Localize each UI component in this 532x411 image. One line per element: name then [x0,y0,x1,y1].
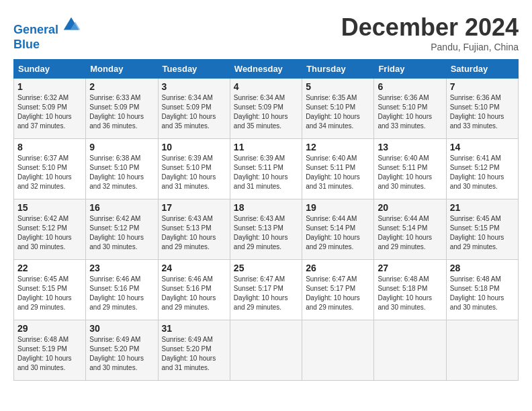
day-number: 22 [17,263,82,273]
day-info: Sunrise: 6:40 AMSunset: 5:11 PMDaylight:… [378,154,432,190]
day-number: 27 [378,263,442,273]
day-number: 18 [234,202,298,213]
table-row: 14Sunrise: 6:41 AMSunset: 5:12 PMDayligh… [446,139,518,199]
table-row: 21Sunrise: 6:45 AMSunset: 5:15 PMDayligh… [446,199,518,260]
day-number: 12 [306,142,370,152]
header-sunday: Sunday [14,60,86,79]
day-info: Sunrise: 6:34 AMSunset: 5:09 PMDaylight:… [162,94,216,130]
table-row: 17Sunrise: 6:43 AMSunset: 5:13 PMDayligh… [158,199,230,260]
day-info: Sunrise: 6:49 AMSunset: 5:20 PMDaylight:… [162,336,216,371]
logo-text: General Blue [13,13,81,52]
table-row [230,320,302,381]
day-info: Sunrise: 6:48 AMSunset: 5:19 PMDaylight:… [17,336,72,371]
table-row: 19Sunrise: 6:44 AMSunset: 5:14 PMDayligh… [302,199,374,260]
day-number: 19 [306,202,370,213]
logo-general: General [13,23,58,36]
day-info: Sunrise: 6:46 AMSunset: 5:16 PMDaylight:… [89,275,144,311]
day-info: Sunrise: 6:33 AMSunset: 5:09 PMDaylight:… [89,94,144,130]
day-number: 10 [162,142,226,152]
table-row: 10Sunrise: 6:39 AMSunset: 5:10 PMDayligh… [158,139,230,199]
page-header: General Blue December 2024 Pandu, Fujian… [13,13,519,52]
table-row: 18Sunrise: 6:43 AMSunset: 5:13 PMDayligh… [230,199,302,260]
day-info: Sunrise: 6:48 AMSunset: 5:18 PMDaylight:… [378,275,432,311]
table-row: 23Sunrise: 6:46 AMSunset: 5:16 PMDayligh… [86,260,158,320]
day-number: 9 [89,142,154,152]
day-info: Sunrise: 6:37 AMSunset: 5:10 PMDaylight:… [17,154,72,190]
calendar-row-1: 8Sunrise: 6:37 AMSunset: 5:10 PMDaylight… [14,139,519,199]
table-row: 28Sunrise: 6:48 AMSunset: 5:18 PMDayligh… [446,260,518,320]
table-row: 15Sunrise: 6:42 AMSunset: 5:12 PMDayligh… [14,199,86,260]
day-number: 23 [89,263,154,273]
day-info: Sunrise: 6:32 AMSunset: 5:09 PMDaylight:… [17,94,72,130]
day-number: 1 [17,81,82,92]
day-number: 6 [378,81,442,92]
table-row: 9Sunrise: 6:38 AMSunset: 5:10 PMDaylight… [86,139,158,199]
table-row: 7Sunrise: 6:36 AMSunset: 5:10 PMDaylight… [446,79,518,139]
day-info: Sunrise: 6:35 AMSunset: 5:10 PMDaylight:… [306,94,360,130]
day-number: 17 [162,202,226,213]
day-number: 31 [162,323,226,334]
day-number: 24 [162,263,226,273]
logo-icon [61,13,81,34]
table-row: 30Sunrise: 6:49 AMSunset: 5:20 PMDayligh… [86,320,158,381]
day-info: Sunrise: 6:39 AMSunset: 5:11 PMDaylight:… [234,154,288,190]
day-number: 20 [378,202,442,213]
month-title: December 2024 [341,13,519,42]
day-info: Sunrise: 6:47 AMSunset: 5:17 PMDaylight:… [306,275,360,311]
day-number: 2 [89,81,154,92]
day-info: Sunrise: 6:40 AMSunset: 5:11 PMDaylight:… [306,154,360,190]
day-number: 25 [234,263,298,273]
header-thursday: Thursday [302,60,374,79]
day-number: 7 [450,81,515,92]
table-row: 22Sunrise: 6:45 AMSunset: 5:15 PMDayligh… [14,260,86,320]
location: Pandu, Fujian, China [341,42,519,52]
table-row: 24Sunrise: 6:46 AMSunset: 5:16 PMDayligh… [158,260,230,320]
table-row [374,320,446,381]
calendar-header-row: Sunday Monday Tuesday Wednesday Thursday… [14,60,519,79]
day-info: Sunrise: 6:39 AMSunset: 5:10 PMDaylight:… [162,154,216,190]
table-row [302,320,374,381]
calendar-row-4: 29Sunrise: 6:48 AMSunset: 5:19 PMDayligh… [14,320,519,381]
table-row: 5Sunrise: 6:35 AMSunset: 5:10 PMDaylight… [302,79,374,139]
table-row: 3Sunrise: 6:34 AMSunset: 5:09 PMDaylight… [158,79,230,139]
table-row: 20Sunrise: 6:44 AMSunset: 5:14 PMDayligh… [374,199,446,260]
table-row [446,320,518,381]
day-info: Sunrise: 6:45 AMSunset: 5:15 PMDaylight:… [17,275,72,311]
day-info: Sunrise: 6:44 AMSunset: 5:14 PMDaylight:… [378,215,432,250]
day-info: Sunrise: 6:43 AMSunset: 5:13 PMDaylight:… [234,215,288,250]
day-info: Sunrise: 6:49 AMSunset: 5:20 PMDaylight:… [89,336,144,371]
table-row: 31Sunrise: 6:49 AMSunset: 5:20 PMDayligh… [158,320,230,381]
day-info: Sunrise: 6:42 AMSunset: 5:12 PMDaylight:… [89,215,144,250]
logo-blue: Blue [13,38,40,51]
table-row: 2Sunrise: 6:33 AMSunset: 5:09 PMDaylight… [86,79,158,139]
day-info: Sunrise: 6:46 AMSunset: 5:16 PMDaylight:… [162,275,216,311]
table-row: 26Sunrise: 6:47 AMSunset: 5:17 PMDayligh… [302,260,374,320]
table-row: 25Sunrise: 6:47 AMSunset: 5:17 PMDayligh… [230,260,302,320]
header-tuesday: Tuesday [158,60,230,79]
day-info: Sunrise: 6:47 AMSunset: 5:17 PMDaylight:… [234,275,288,311]
day-info: Sunrise: 6:42 AMSunset: 5:12 PMDaylight:… [17,215,72,250]
day-number: 5 [306,81,370,92]
day-number: 30 [89,323,154,334]
title-block: December 2024 Pandu, Fujian, China [341,13,519,52]
table-row: 4Sunrise: 6:34 AMSunset: 5:09 PMDaylight… [230,79,302,139]
calendar-row-3: 22Sunrise: 6:45 AMSunset: 5:15 PMDayligh… [14,260,519,320]
day-number: 21 [450,202,515,213]
day-info: Sunrise: 6:38 AMSunset: 5:10 PMDaylight:… [89,154,144,190]
table-row: 12Sunrise: 6:40 AMSunset: 5:11 PMDayligh… [302,139,374,199]
table-row: 27Sunrise: 6:48 AMSunset: 5:18 PMDayligh… [374,260,446,320]
day-info: Sunrise: 6:34 AMSunset: 5:09 PMDaylight:… [234,94,288,130]
table-row: 16Sunrise: 6:42 AMSunset: 5:12 PMDayligh… [86,199,158,260]
header-friday: Friday [374,60,446,79]
day-number: 13 [378,142,442,152]
day-number: 16 [89,202,154,213]
day-info: Sunrise: 6:44 AMSunset: 5:14 PMDaylight:… [306,215,360,250]
header-saturday: Saturday [446,60,518,79]
day-info: Sunrise: 6:36 AMSunset: 5:10 PMDaylight:… [378,94,432,130]
day-number: 26 [306,263,370,273]
calendar-row-2: 15Sunrise: 6:42 AMSunset: 5:12 PMDayligh… [14,199,519,260]
day-number: 4 [234,81,298,92]
table-row: 6Sunrise: 6:36 AMSunset: 5:10 PMDaylight… [374,79,446,139]
day-info: Sunrise: 6:36 AMSunset: 5:10 PMDaylight:… [450,94,504,130]
day-number: 29 [17,323,82,334]
